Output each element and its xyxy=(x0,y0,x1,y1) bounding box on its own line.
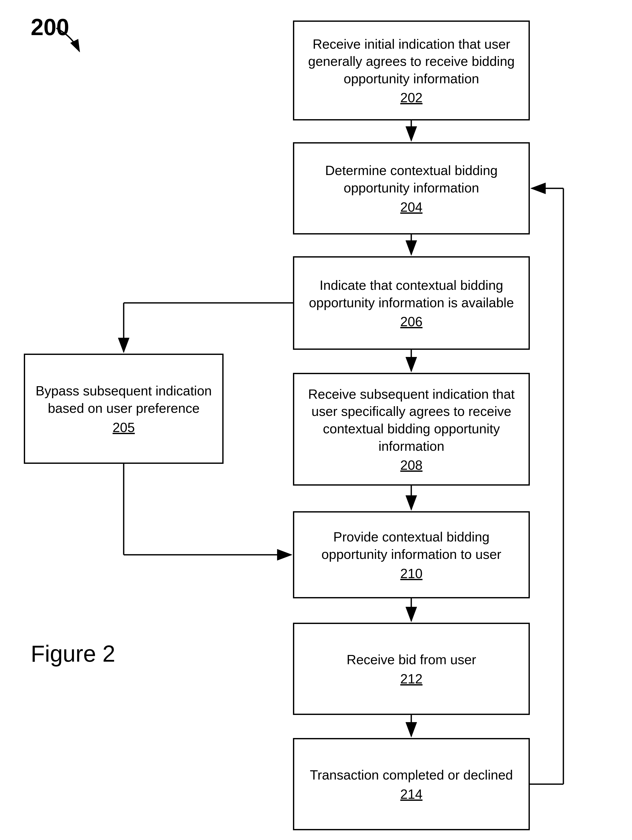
box-206-text: Indicate that contextual bidding opportu… xyxy=(302,277,521,311)
box-202-number: 202 xyxy=(400,90,422,105)
box-214-text: Transaction completed or declined xyxy=(310,766,513,784)
box-210-text: Provide contextual bidding opportunity i… xyxy=(302,528,521,563)
box-206: Indicate that contextual bidding opportu… xyxy=(293,256,530,350)
box-210-number: 210 xyxy=(400,566,422,581)
box-212-text: Receive bid from user xyxy=(347,651,476,669)
box-208: Receive subsequent indication that user … xyxy=(293,373,530,486)
box-205-text: Bypass subsequent indication based on us… xyxy=(33,382,214,417)
box-208-text: Receive subsequent indication that user … xyxy=(302,386,521,455)
box-214-number: 214 xyxy=(400,786,422,802)
box-204: Determine contextual bidding opportunity… xyxy=(293,142,530,234)
box-204-number: 204 xyxy=(400,199,422,215)
box-210: Provide contextual bidding opportunity i… xyxy=(293,511,530,598)
box-202-text: Receive initial indication that user gen… xyxy=(302,36,521,88)
box-212-number: 212 xyxy=(400,671,422,687)
diagram-container: 200 Figure 2 Receive initial indication … xyxy=(0,0,632,840)
box-205: Bypass subsequent indication based on us… xyxy=(24,354,224,464)
box-208-number: 208 xyxy=(400,458,422,473)
box-212: Receive bid from user 212 xyxy=(293,623,530,715)
box-204-text: Determine contextual bidding opportunity… xyxy=(302,162,521,197)
box-214: Transaction completed or declined 214 xyxy=(293,738,530,830)
diagram-number: 200 xyxy=(31,14,69,41)
box-205-number: 205 xyxy=(113,420,135,435)
figure-label: Figure 2 xyxy=(31,641,115,667)
box-206-number: 206 xyxy=(400,314,422,329)
box-202: Receive initial indication that user gen… xyxy=(293,21,530,120)
